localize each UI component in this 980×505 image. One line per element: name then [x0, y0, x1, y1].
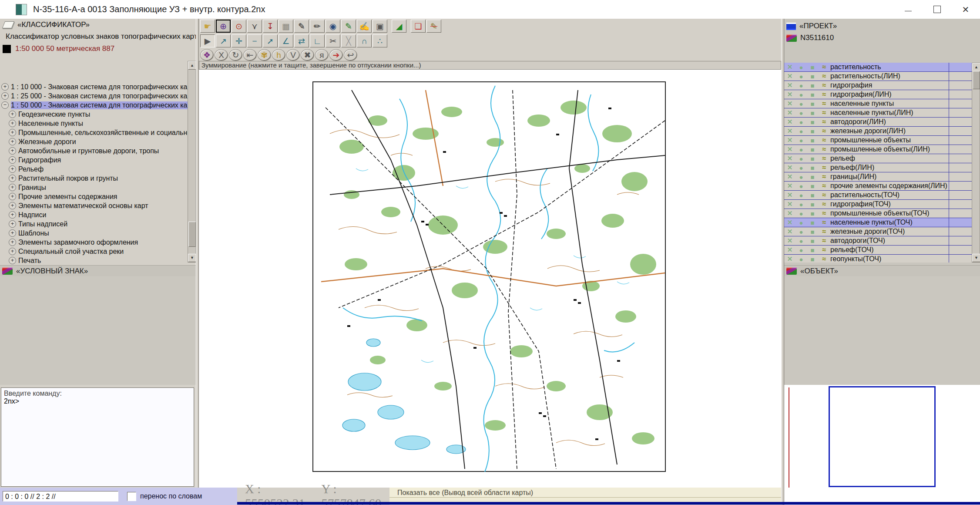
layer-hide-icon[interactable]: ✕ [784, 228, 795, 236]
layer-fill-icon[interactable]: ■ [807, 219, 818, 226]
tree-item[interactable]: +Автомобильные и грунтовые дороги, тропы [0, 146, 188, 155]
layer-scroll-thumb[interactable] [973, 71, 980, 89]
layer-row[interactable]: ✕●■≈рельеф [784, 154, 972, 163]
layer-point-icon[interactable]: ● [795, 173, 807, 181]
command-prompt[interactable]: 2nx> [4, 397, 191, 405]
layer-row[interactable]: ✕●■≈растительность [784, 63, 972, 72]
minimize-button[interactable] [894, 0, 923, 19]
layer-point-icon[interactable]: ● [795, 137, 807, 144]
layer-hide-icon[interactable]: ✕ [784, 118, 795, 126]
layer-point-icon[interactable]: ● [795, 146, 807, 153]
layer-point-icon[interactable]: ● [795, 64, 807, 71]
layer-fill-icon[interactable]: ■ [807, 118, 818, 126]
expand-icon[interactable]: + [9, 202, 16, 209]
layer-hide-icon[interactable]: ✕ [784, 100, 795, 108]
layer-row[interactable]: ✕●■≈рельеф(ЛИН) [784, 163, 972, 172]
tree-item[interactable]: +Железные дороги [0, 137, 188, 146]
expand-icon[interactable]: + [9, 175, 16, 182]
layer-row[interactable]: ✕●■≈промышленные объекты(ЛИН) [784, 145, 972, 154]
layer-fill-icon[interactable]: ■ [807, 246, 818, 254]
layer-point-icon[interactable]: ● [795, 201, 807, 208]
layer-hide-icon[interactable]: ✕ [784, 182, 795, 190]
tree-item[interactable]: +Типы надписей [0, 219, 188, 229]
expand-icon[interactable]: + [9, 229, 16, 237]
spline-points-button[interactable]: ∴ [373, 34, 387, 47]
expand-icon[interactable]: + [9, 257, 16, 264]
expand-icon[interactable]: + [9, 220, 16, 228]
map-overview[interactable] [784, 385, 980, 505]
layer-hide-icon[interactable]: ✕ [784, 200, 795, 208]
angle-tool-button[interactable]: ∠ [279, 34, 293, 47]
layer-row[interactable]: ✕●■≈гидрография(ЛИН) [784, 90, 972, 99]
undo-return-button[interactable]: ↩ [344, 49, 357, 61]
layer-fill-icon[interactable]: ■ [807, 73, 818, 80]
pen-disabled-button[interactable]: ✎ [426, 20, 441, 33]
tree-item[interactable]: +Населенные пункты [0, 119, 188, 128]
zoom-in-button[interactable]: ⊕ [216, 20, 231, 33]
select-pen-button[interactable]: ✎ [294, 20, 309, 33]
expand-icon[interactable]: + [9, 165, 16, 173]
edit-nodes-button[interactable]: ⋎ [247, 20, 262, 33]
layer-point-icon[interactable]: ● [795, 237, 807, 245]
layer-hide-icon[interactable]: ✕ [784, 145, 795, 153]
layer-hide-icon[interactable]: ✕ [784, 191, 795, 199]
layer-fill-icon[interactable]: ■ [807, 192, 818, 199]
scroll-down-icon[interactable]: ▼ [188, 254, 196, 262]
scroll-up-icon[interactable]: ▲ [188, 61, 196, 70]
expand-icon[interactable]: + [9, 138, 16, 145]
view-eye-button[interactable]: ◉ [326, 20, 340, 33]
expand-icon[interactable]: + [9, 120, 16, 127]
layer-point-icon[interactable]: ● [795, 128, 807, 135]
h-tool-button[interactable]: h [272, 49, 285, 61]
pan-hand-button[interactable]: ☛ [200, 20, 215, 33]
layer-fill-icon[interactable]: ■ [807, 155, 818, 162]
maximize-button[interactable] [923, 0, 951, 19]
swap-direction-button[interactable]: ⇄ [294, 34, 309, 47]
layer-point-icon[interactable]: ● [795, 82, 807, 89]
edit-object-button[interactable]: ✍ [357, 20, 372, 33]
cross-cut-button[interactable]: ╳ [341, 34, 356, 47]
layer-hide-icon[interactable]: ✕ [784, 72, 795, 80]
tree-item[interactable]: +Надписи [0, 210, 188, 219]
overview-extent-box[interactable] [829, 386, 936, 487]
layer-fill-icon[interactable]: ■ [807, 237, 818, 245]
layer-row[interactable]: ✕●■≈прочие элементы содержания(ЛИН) [784, 182, 972, 191]
tree-item[interactable]: +Растительный покров и грунты [0, 174, 188, 183]
scroll-up-icon[interactable]: ▲ [972, 63, 980, 71]
arc-tool-button[interactable]: ∩ [357, 34, 372, 47]
select-pen-alt-button[interactable]: ✏ [310, 20, 325, 33]
layer-hide-icon[interactable]: ✕ [784, 164, 795, 172]
expand-icon[interactable]: + [9, 184, 16, 191]
tree-item[interactable]: −1 : 50 000 - Знаковая система для топог… [0, 101, 188, 110]
layer-row[interactable]: ✕●■≈рельеф(ТОЧ) [784, 246, 972, 255]
layer-hide-icon[interactable]: ✕ [784, 155, 795, 162]
tree-item[interactable]: +Шаблоны [0, 229, 188, 238]
cut-object-button[interactable]: ✂ [326, 34, 340, 47]
layer-hide-icon[interactable]: ✕ [784, 246, 795, 254]
layer-fill-icon[interactable]: ■ [807, 91, 818, 98]
layer-point-icon[interactable]: ● [795, 118, 807, 126]
fill-slope-button[interactable]: ◢ [392, 20, 406, 33]
layer-point-icon[interactable]: ● [795, 210, 807, 217]
layer-hide-icon[interactable]: ✕ [784, 209, 795, 217]
layer-hide-icon[interactable]: ✕ [784, 136, 795, 144]
layer-fill-icon[interactable]: ■ [807, 182, 818, 190]
paste-point-button[interactable]: ↧ [263, 20, 278, 33]
layer-row[interactable]: ✕●■≈гидрография(ТОЧ) [784, 200, 972, 209]
layer-row[interactable]: ✕●■≈железные дороги(ТОЧ) [784, 227, 972, 236]
tree-scrollbar[interactable]: ▲ ▼ [188, 61, 196, 263]
layer-row[interactable]: ✕●■≈границы(ЛИН) [784, 172, 972, 182]
expand-icon[interactable]: + [9, 147, 16, 155]
layer-row[interactable]: ✕●■≈промышленные объекты [784, 136, 972, 145]
add-node-button[interactable]: ✛ [232, 34, 246, 47]
map-canvas[interactable] [199, 70, 781, 488]
layer-row[interactable]: ✕●■≈населенные пункты(ЛИН) [784, 108, 972, 118]
expand-icon[interactable]: + [9, 111, 16, 118]
sweep-tool-button[interactable]: ✾ [258, 49, 271, 61]
v-tool-button[interactable]: V [286, 49, 300, 61]
expand-icon[interactable]: + [1, 83, 9, 91]
expand-icon[interactable]: + [9, 156, 16, 164]
layer-point-icon[interactable]: ● [795, 219, 807, 226]
delete-x-button[interactable]: X [215, 49, 228, 61]
shift-left-button[interactable]: ⇤ [243, 49, 257, 61]
